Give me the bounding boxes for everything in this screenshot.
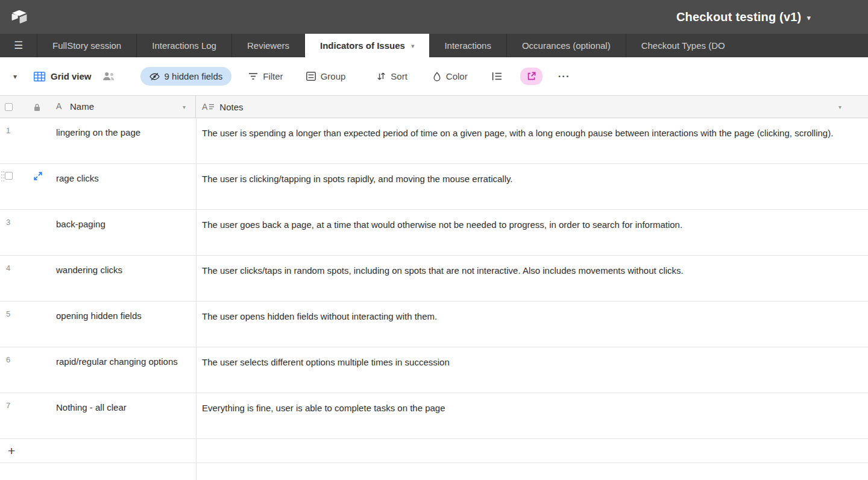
notes-cell-text: The user opens hidden fields without int… xyxy=(202,308,854,324)
cell-name[interactable]: 6 rapid/regular changing options xyxy=(0,347,196,393)
name-cell-text: wandering clicks xyxy=(56,262,186,277)
base-title[interactable]: Checkout testing (v1) ▾ xyxy=(676,10,811,24)
view-switcher[interactable]: Grid view xyxy=(34,71,92,81)
grid-body: 1 lingering on the page The user is spen… xyxy=(0,118,868,480)
airtable-logo-icon[interactable] xyxy=(11,9,29,25)
view-toolbar: ▾ Grid view 9 hi xyxy=(0,57,868,95)
drag-handle[interactable] xyxy=(1,171,5,182)
cell-notes[interactable]: The user is clicking/tapping in spots ra… xyxy=(196,164,868,209)
table-row[interactable]: rage clicks The user is clicking/tapping… xyxy=(0,164,868,210)
tab-label: Occurances (optional) xyxy=(522,40,611,51)
notes-cell-text: The user clicks/taps in random spots, in… xyxy=(202,262,854,279)
notes-cell-text: The user is spending a longer than expec… xyxy=(202,125,854,141)
notes-cell-text: The user is clicking/tapping in spots ra… xyxy=(202,171,854,187)
chevron-down-icon[interactable]: ▾ xyxy=(183,104,186,110)
row-number: 7 xyxy=(6,401,10,410)
column-header-notes[interactable]: A Notes ▾ xyxy=(196,96,868,118)
tab-reviewers[interactable]: Reviewers xyxy=(232,34,305,57)
grid-header-row: A Name ▾ A Notes ▾ xyxy=(0,95,868,118)
collaborators-icon[interactable] xyxy=(102,72,115,81)
name-cell-text: rapid/regular changing options xyxy=(56,354,186,369)
table-row[interactable]: 4 wandering clicks The user clicks/taps … xyxy=(0,256,868,302)
grid-view-icon xyxy=(34,72,45,81)
tab-checkout-types[interactable]: Checkout Types (DO xyxy=(626,34,868,57)
row-checkbox[interactable] xyxy=(5,172,13,180)
row-height-icon xyxy=(492,72,502,81)
hamburger-icon: ☰ xyxy=(14,39,23,52)
single-line-text-icon: A xyxy=(56,101,61,111)
name-cell-text: back-paging xyxy=(56,216,186,232)
column-divider[interactable] xyxy=(196,118,197,480)
plus-icon: + xyxy=(8,444,15,457)
cell-notes[interactable]: The user goes back a page, at a time tha… xyxy=(196,210,868,255)
cell-notes[interactable]: The user is spending a longer than expec… xyxy=(196,118,868,163)
share-view-button[interactable] xyxy=(520,68,542,85)
tab-fullstory-session[interactable]: FullStory session xyxy=(37,34,137,57)
lock-icon xyxy=(34,103,40,112)
tab-label: FullStory session xyxy=(52,40,121,51)
table-row[interactable]: 6 rapid/regular changing options The use… xyxy=(0,347,868,393)
column-header-name[interactable]: A Name ▾ xyxy=(0,96,196,118)
cell-name[interactable]: 5 opening hidden fields xyxy=(0,302,196,347)
cell-name[interactable]: 3 back-paging xyxy=(0,210,196,255)
name-cell-text: lingering on the page xyxy=(56,125,186,140)
select-all-checkbox[interactable] xyxy=(5,103,13,111)
view-name: Grid view xyxy=(51,71,92,81)
long-text-icon: A xyxy=(202,102,214,112)
table-row[interactable]: 7 Nothing - all clear Everything is fine… xyxy=(0,393,868,439)
add-record-row[interactable]: + xyxy=(0,439,868,463)
tab-label: Interactions xyxy=(444,40,491,51)
notes-cell-text: The user selects different options multi… xyxy=(202,354,854,370)
tab-indicators-of-issues[interactable]: Indicators of Issues ▾ xyxy=(305,34,429,57)
tab-label: Checkout Types (DO xyxy=(641,40,725,51)
share-open-icon xyxy=(527,72,536,81)
group-button[interactable]: Group xyxy=(301,68,351,85)
more-options-button[interactable]: ··· xyxy=(553,67,575,86)
color-button[interactable]: Color xyxy=(428,68,473,85)
table-row[interactable]: 1 lingering on the page The user is spen… xyxy=(0,118,868,164)
chevron-down-icon[interactable]: ▾ xyxy=(838,104,841,110)
tab-interactions-log[interactable]: Interactions Log xyxy=(137,34,232,57)
row-number: 4 xyxy=(6,264,10,273)
row-height-button[interactable] xyxy=(487,68,507,84)
expand-record-icon[interactable] xyxy=(34,172,42,180)
hidden-fields-button[interactable]: 9 hidden fields xyxy=(140,67,232,86)
base-title-text: Checkout testing (v1) xyxy=(676,10,802,24)
cell-notes[interactable]: The user opens hidden fields without int… xyxy=(196,302,868,347)
name-cell-text: rage clicks xyxy=(56,171,186,186)
group-icon xyxy=(306,72,316,81)
cell-name[interactable]: 7 Nothing - all clear xyxy=(0,393,196,438)
tab-occurances-optional[interactable]: Occurances (optional) xyxy=(507,34,626,57)
tab-label: Interactions Log xyxy=(152,40,216,51)
tab-label: Indicators of Issues xyxy=(320,40,405,51)
tables-menu-button[interactable]: ☰ xyxy=(0,34,37,57)
cell-name[interactable]: rage clicks xyxy=(0,164,196,209)
row-number: 1 xyxy=(6,126,10,135)
cell-notes[interactable]: Everything is fine, user is able to comp… xyxy=(196,393,868,438)
cell-notes[interactable]: The user clicks/taps in random spots, in… xyxy=(196,256,868,301)
sort-button[interactable]: Sort xyxy=(372,68,412,85)
row-number: 5 xyxy=(6,309,10,318)
view-sidebar-toggle[interactable]: ▾ xyxy=(13,72,24,81)
tab-label: Reviewers xyxy=(247,40,289,51)
tab-interactions[interactable]: Interactions xyxy=(429,34,507,57)
name-cell-text: opening hidden fields xyxy=(56,308,186,323)
eye-slash-icon xyxy=(149,72,160,81)
row-number: 6 xyxy=(6,355,10,364)
cell-name[interactable]: 4 wandering clicks xyxy=(0,256,196,301)
cell-name[interactable]: 1 lingering on the page xyxy=(0,118,196,163)
chevron-down-icon: ▾ xyxy=(807,13,811,22)
table-row[interactable]: 5 opening hidden fields The user opens h… xyxy=(0,302,868,347)
table-row[interactable]: 3 back-paging The user goes back a page,… xyxy=(0,210,868,256)
table-tabs-bar: ☰ FullStory session Interactions Log Rev… xyxy=(0,34,868,57)
row-number: 3 xyxy=(6,218,10,227)
color-label: Color xyxy=(446,71,468,81)
sort-arrows-icon xyxy=(377,72,386,81)
notes-cell-text: The user goes back a page, at a time tha… xyxy=(202,216,854,233)
chevron-down-icon[interactable]: ▾ xyxy=(411,42,415,50)
column-notes-label: Notes xyxy=(219,102,243,112)
cell-notes[interactable]: The user selects different options multi… xyxy=(196,347,868,393)
notes-cell-text: Everything is fine, user is able to comp… xyxy=(202,400,854,416)
ellipsis-icon: ··· xyxy=(558,71,570,83)
filter-button[interactable]: Filter xyxy=(244,68,288,85)
